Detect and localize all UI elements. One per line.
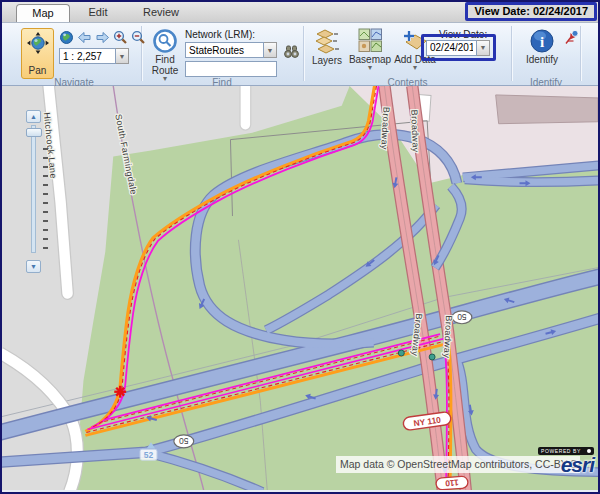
zoom-tick <box>43 211 48 213</box>
tab-edit[interactable]: Edit <box>72 4 124 21</box>
route-shield-50: 50 <box>174 435 194 448</box>
svg-text:50: 50 <box>179 436 189 446</box>
network-lrm-label: Network (LRM): <box>185 29 255 40</box>
view-date-banner-annotation: View Date: 02/24/2017 <box>465 2 597 21</box>
scale-input[interactable] <box>59 48 116 64</box>
esri-logo: POWERED BY esri <box>538 447 594 475</box>
zoom-tick <box>43 220 48 222</box>
zoom-tick <box>43 247 48 249</box>
pan-button[interactable]: Pan <box>21 28 54 79</box>
ribbon-tab-bar: Map Edit Review View Date: 02/24/2017 <box>2 2 598 23</box>
app-window: Map Edit Review View Date: 02/24/2017 Pa… <box>0 0 600 494</box>
zoom-tick <box>43 229 48 231</box>
zoom-tick <box>43 166 48 168</box>
zoom-slider-up-button[interactable]: ▲ <box>26 110 41 123</box>
identify-icon: i <box>529 28 555 54</box>
group-separator <box>511 26 512 81</box>
view-date-annotation-box: ▼ <box>421 34 496 61</box>
esri-wordmark: esri <box>538 455 594 475</box>
navigate-small-buttons <box>59 30 146 45</box>
layers-label: Layers <box>312 55 342 66</box>
scale-dropdown-button[interactable]: ▼ <box>116 48 129 64</box>
identify-route-locations-icon[interactable] <box>563 30 579 46</box>
network-combobox: ▼ <box>185 42 277 58</box>
binoculars-search-icon[interactable] <box>283 44 300 59</box>
network-input[interactable] <box>185 42 264 58</box>
tab-map[interactable]: Map <box>16 4 70 22</box>
view-date-combobox: ▼ <box>426 40 490 56</box>
full-extent-globe-icon[interactable] <box>59 30 74 45</box>
find-route-button[interactable]: Find Route ▾ <box>145 28 185 82</box>
identify-label: Identify <box>526 54 558 65</box>
zoom-tick <box>43 184 48 186</box>
street-label-broadway: Broadway <box>409 110 420 153</box>
previous-extent-icon[interactable] <box>77 30 92 45</box>
route-value-combobox <box>185 61 277 77</box>
pan-label: Pan <box>29 65 47 76</box>
add-data-dropdown-caret[interactable]: ▾ <box>413 65 417 71</box>
zoom-tick <box>43 175 48 177</box>
zoom-in-icon[interactable] <box>113 30 128 45</box>
tab-review[interactable]: Review <box>130 4 192 21</box>
pan-globe-icon <box>26 31 50 55</box>
route-value-input[interactable] <box>185 61 277 77</box>
route-shield-50: 50 <box>452 311 472 324</box>
find-route-label: Find Route <box>145 54 185 76</box>
svg-text:i: i <box>540 34 544 50</box>
zoom-out-icon[interactable] <box>131 30 146 45</box>
zoom-slider-track[interactable] <box>31 125 36 253</box>
zoom-tick <box>43 157 48 159</box>
zoom-tick <box>43 148 48 150</box>
route-shield-110-partial: 110 <box>436 476 469 490</box>
zoom-tick <box>43 238 48 240</box>
basemap-button[interactable]: Basemap ▾ <box>349 28 391 71</box>
network-dropdown-button[interactable]: ▼ <box>264 42 277 58</box>
map-canvas[interactable]: 50 50 52 110 NY 110 Hitchcock Lane South <box>2 86 598 490</box>
view-date-dropdown-button[interactable]: ▼ <box>477 40 490 56</box>
scale-combobox: ▼ <box>59 48 129 64</box>
map-viewport[interactable]: 50 50 52 110 NY 110 Hitchcock Lane South <box>2 86 598 490</box>
svg-text:50: 50 <box>457 312 467 322</box>
next-extent-icon[interactable] <box>95 30 110 45</box>
view-date-input[interactable] <box>426 40 477 56</box>
map-zoom-slider: ▲ ▼ <box>23 110 49 275</box>
ribbon: Pan ▼ Navigate Find Route ▾ Network (LRM… <box>2 23 598 86</box>
group-separator <box>303 26 304 81</box>
zoom-tick <box>43 193 48 195</box>
basemap-icon <box>358 28 383 54</box>
group-separator <box>580 26 581 81</box>
zoom-tick <box>43 202 48 204</box>
layers-button[interactable]: Layers <box>307 28 347 66</box>
svg-text:52: 52 <box>144 450 154 460</box>
layers-icon <box>313 28 341 55</box>
map-building <box>496 95 598 124</box>
zoom-slider-down-button[interactable]: ▼ <box>26 260 41 273</box>
find-route-icon <box>152 28 178 54</box>
svg-text:110: 110 <box>445 478 460 489</box>
zoom-slider-handle[interactable] <box>26 128 42 137</box>
basemap-dropdown-caret[interactable]: ▾ <box>368 65 372 71</box>
identify-button[interactable]: i Identify <box>522 28 562 65</box>
